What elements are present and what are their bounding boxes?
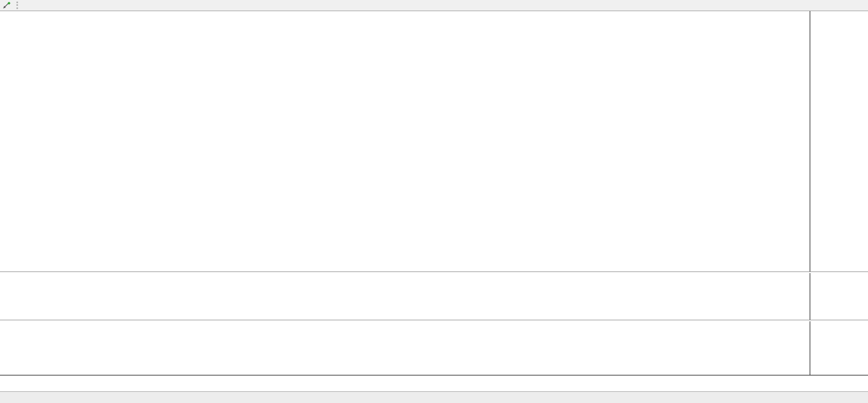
price-axis[interactable] [810, 11, 868, 271]
chart-tabs [0, 391, 868, 403]
time-axis[interactable] [0, 375, 868, 391]
macd-axis [810, 321, 868, 375]
cursor-tool-button[interactable] [0, 1, 14, 10]
rsi-chart[interactable] [0, 273, 810, 320]
macd-pane [0, 321, 868, 375]
candlestick-chart[interactable] [0, 11, 810, 271]
main-chart-pane [0, 11, 868, 271]
mt4-chart-window [0, 0, 868, 403]
toolbar-grip[interactable] [16, 2, 18, 9]
rsi-pane [0, 273, 868, 320]
macd-chart[interactable] [0, 321, 810, 375]
toolbar [0, 0, 868, 11]
rsi-axis [810, 273, 868, 320]
cursor-tool-icon [2, 2, 11, 9]
